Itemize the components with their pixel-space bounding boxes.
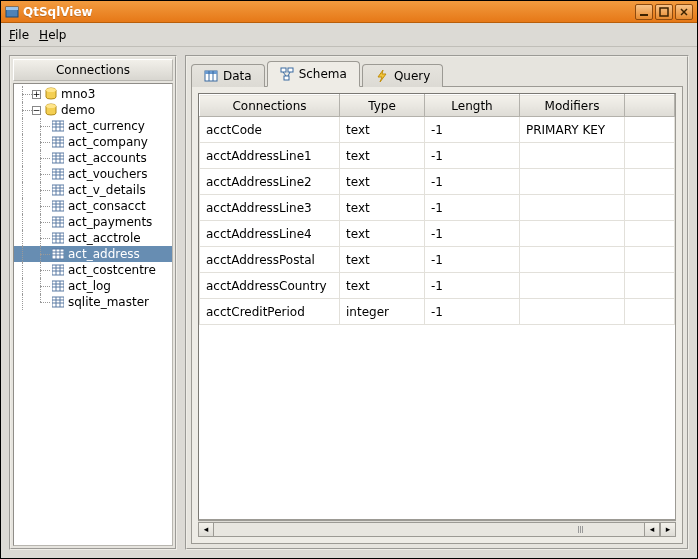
table-cell: acctAddressLine2 <box>200 169 340 195</box>
table-cell: acctCode <box>200 117 340 143</box>
database-icon <box>44 87 58 101</box>
tab-body-schema: ConnectionsTypeLengthModifiers acctCodet… <box>191 86 683 544</box>
table-icon <box>51 199 65 213</box>
menu-file[interactable]: File <box>9 28 29 42</box>
tree-node-label: act_consacct <box>68 199 146 213</box>
table-row[interactable]: acctAddressLine3text-1 <box>200 195 675 221</box>
table-cell <box>625 169 675 195</box>
table-row[interactable]: acctCreditPeriodinteger-1 <box>200 299 675 325</box>
table-cell: acctAddressPostal <box>200 247 340 273</box>
table-cell: PRIMARY KEY <box>520 117 625 143</box>
scrollbar-track[interactable] <box>214 522 644 537</box>
table-row[interactable]: acctAddressLine1text-1 <box>200 143 675 169</box>
table-cell: -1 <box>425 143 520 169</box>
column-header[interactable]: Type <box>340 95 425 117</box>
svg-rect-60 <box>52 281 64 291</box>
collapse-icon[interactable]: − <box>32 106 41 115</box>
tree-node-label: demo <box>61 103 95 117</box>
table-icon <box>51 247 65 261</box>
table-cell: text <box>340 143 425 169</box>
svg-rect-55 <box>52 265 64 275</box>
titlebar[interactable]: QtSqlView <box>1 1 697 23</box>
svg-point-9 <box>46 104 56 108</box>
table-cell: acctCreditPeriod <box>200 299 340 325</box>
tree-node-table[interactable]: sqlite_master <box>14 294 172 310</box>
tree-node-table[interactable]: act_company <box>14 134 172 150</box>
tree-node-label: act_accounts <box>68 151 147 165</box>
tree-node-table[interactable]: act_v_details <box>14 182 172 198</box>
maximize-button[interactable] <box>655 4 673 20</box>
table-cell: -1 <box>425 247 520 273</box>
svg-rect-71 <box>205 71 217 74</box>
tree-node-table[interactable]: act_accounts <box>14 150 172 166</box>
database-icon <box>44 103 58 117</box>
tree-node-table[interactable]: act_vouchers <box>14 166 172 182</box>
table-cell <box>520 143 625 169</box>
column-header[interactable]: Modifiers <box>520 95 625 117</box>
table-cell <box>520 221 625 247</box>
svg-rect-35 <box>52 201 64 211</box>
tree-node-label: act_acctrole <box>68 231 141 245</box>
table-cell: acctAddressLine4 <box>200 221 340 247</box>
tree-node-table[interactable]: act_payments <box>14 214 172 230</box>
schema-table: ConnectionsTypeLengthModifiers acctCodet… <box>199 94 675 325</box>
column-header[interactable]: Length <box>425 95 520 117</box>
tree-node-db[interactable]: +mno3 <box>14 86 172 102</box>
tab-schema[interactable]: Schema <box>267 61 360 87</box>
menubar: File Help <box>1 23 697 47</box>
tree-node-table[interactable]: act_costcentre <box>14 262 172 278</box>
tab-data[interactable]: Data <box>191 64 265 87</box>
svg-line-77 <box>283 72 286 76</box>
scroll-left-button[interactable]: ◂ <box>198 522 214 537</box>
table-cell <box>520 299 625 325</box>
table-icon <box>51 135 65 149</box>
menu-help[interactable]: Help <box>39 28 66 42</box>
table-cell: text <box>340 117 425 143</box>
table-row[interactable]: acctCodetext-1PRIMARY KEY <box>200 117 675 143</box>
tree-node-db[interactable]: −demo <box>14 102 172 118</box>
app-icon <box>5 5 19 19</box>
scroll-right-button-2[interactable]: ▸ <box>660 522 676 537</box>
minimize-button[interactable] <box>635 4 653 20</box>
table-icon <box>51 167 65 181</box>
column-header[interactable] <box>625 95 675 117</box>
table-cell <box>520 273 625 299</box>
svg-rect-65 <box>52 297 64 307</box>
content-area: Connections +mno3−demoact_currencyact_co… <box>1 47 697 558</box>
svg-rect-30 <box>52 185 64 195</box>
tree-node-table[interactable]: act_acctrole <box>14 230 172 246</box>
close-button[interactable] <box>675 4 693 20</box>
table-cell: -1 <box>425 169 520 195</box>
table-row[interactable]: acctAddressLine2text-1 <box>200 169 675 195</box>
tree-node-label: act_v_details <box>68 183 146 197</box>
table-icon <box>51 183 65 197</box>
svg-rect-15 <box>52 137 64 147</box>
tree-node-table[interactable]: act_address <box>14 246 172 262</box>
svg-rect-40 <box>52 217 64 227</box>
table-cell <box>625 247 675 273</box>
app-window: QtSqlView File Help Connections +mno3−de… <box>0 0 698 559</box>
tree-node-label: act_company <box>68 135 148 149</box>
tree-node-table[interactable]: act_currency <box>14 118 172 134</box>
tree-node-label: mno3 <box>61 87 95 101</box>
connections-header[interactable]: Connections <box>13 59 173 81</box>
table-cell: text <box>340 273 425 299</box>
svg-rect-25 <box>52 169 64 179</box>
table-row[interactable]: acctAddressCountrytext-1 <box>200 273 675 299</box>
table-cell: -1 <box>425 117 520 143</box>
tree-node-table[interactable]: act_consacct <box>14 198 172 214</box>
scroll-right-button[interactable]: ◂ <box>644 522 660 537</box>
main-panel: DataSchemaQuery ConnectionsTypeLengthMod… <box>185 55 689 550</box>
tree-node-label: act_costcentre <box>68 263 156 277</box>
connections-tree[interactable]: +mno3−demoact_currencyact_companyact_acc… <box>13 83 173 546</box>
expand-icon[interactable]: + <box>32 90 41 99</box>
schema-table-container[interactable]: ConnectionsTypeLengthModifiers acctCodet… <box>198 93 676 520</box>
tab-query[interactable]: Query <box>362 64 443 87</box>
column-header[interactable]: Connections <box>200 95 340 117</box>
horizontal-scrollbar[interactable]: ◂ ◂ ▸ <box>198 520 676 537</box>
table-icon <box>204 69 218 83</box>
tree-node-table[interactable]: act_log <box>14 278 172 294</box>
table-row[interactable]: acctAddressPostaltext-1 <box>200 247 675 273</box>
table-row[interactable]: acctAddressLine4text-1 <box>200 221 675 247</box>
svg-rect-75 <box>288 68 293 72</box>
